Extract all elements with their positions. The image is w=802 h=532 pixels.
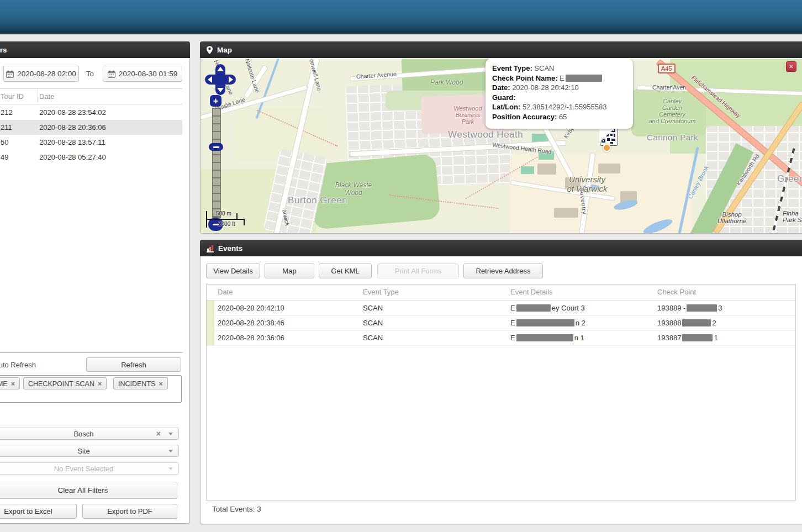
event-row[interactable]: 2020-08-28 20:38:46 SCAN En 2 1938882 [207, 315, 795, 331]
redaction-block [516, 304, 551, 312]
tour-date-from-input[interactable]: 2020-08-28 02:00 [3, 66, 79, 82]
event-checkpoint-prefix: 193887 [657, 334, 681, 342]
pan-up-arrow-icon[interactable] [217, 67, 224, 71]
tour-row[interactable]: 50 2020-08-28 13:57:11 [0, 135, 182, 150]
tour-id: 211 [1, 120, 12, 135]
device-select[interactable]: Bosch × [0, 428, 179, 440]
event-status-stripe [207, 315, 214, 330]
events-col-event-type: Event Type [363, 285, 399, 300]
filter-tag[interactable]: INCIDENTS× [113, 377, 168, 389]
event-details: En 1 [510, 330, 584, 345]
event-details: Eey Court 3 [510, 301, 585, 315]
map-label-charter-avenue-east: Charter Aven [652, 84, 686, 91]
zoom-slider-handle[interactable] [209, 143, 223, 151]
popup-checkpoint-label: Check Point Name: [492, 74, 557, 82]
export-to-pdf-button[interactable]: Export to PDF [82, 504, 177, 519]
event-select-value: No Event Selected [54, 465, 114, 473]
event-filter-tags-box: ME× CHECKPOINT SCAN× INCIDENTS× [0, 375, 182, 403]
tour-row[interactable]: 212 2020-08-28 23:54:02 [0, 105, 182, 120]
pan-down-arrow-icon[interactable] [217, 88, 224, 92]
view-details-button[interactable]: View Details [206, 264, 260, 278]
popup-close-button[interactable]: ✕ [786, 61, 796, 72]
popup-date-label: Date: [492, 83, 510, 92]
events-col-check-point: Check Point [657, 285, 696, 300]
tour-id: 50 [1, 135, 8, 150]
map-panel: Map [200, 41, 802, 234]
filter-tag[interactable]: CHECKPOINT SCAN× [23, 377, 107, 389]
bar-chart-bar [207, 249, 209, 251]
popup-date: Date: 2020-08-28 20:42:10 [492, 83, 626, 93]
tour-row-selected[interactable]: 211 2020-08-28 20:36:06 [0, 120, 182, 135]
map-pan-control[interactable] [205, 64, 236, 95]
tour-row[interactable]: 49 2020-08-28 05:27:40 [0, 150, 182, 165]
tour-id: 49 [1, 150, 8, 165]
map-popup-tail [599, 127, 616, 143]
map-scale-bar: 500 m 2000 ft [206, 209, 250, 231]
date-range-to-label: To [86, 66, 94, 81]
retrieve-address-button[interactable]: Retrieve Address [463, 264, 543, 278]
event-details-prefix: E [510, 319, 515, 327]
remove-tag-icon[interactable]: × [11, 380, 15, 388]
tours-col-header-date: Date [39, 89, 155, 104]
refresh-button[interactable]: Refresh [86, 357, 181, 372]
popup-date-value: 2020-08-28 20:42:10 [510, 83, 579, 92]
export-to-excel-button[interactable]: Export to Excel [0, 504, 77, 519]
scale-tick [206, 211, 207, 228]
zoom-in-button[interactable]: + [210, 95, 221, 107]
tour-id: 212 [1, 105, 13, 120]
scale-metric-label: 500 m [216, 210, 231, 217]
event-type: SCAN [363, 315, 383, 330]
calendar-icon [6, 70, 14, 78]
tour-date-to-input[interactable]: 2020-08-30 01:59 [103, 66, 182, 82]
event-details-suffix: ey Court 3 [552, 304, 585, 312]
map-label-university-of-warwick: University of Warwick [555, 175, 619, 193]
map-event-popup: Event Type: SCAN Check Point Name: E Dat… [486, 59, 633, 129]
clear-all-filters-button[interactable]: Clear All Filters [0, 482, 177, 499]
redaction-block [566, 75, 602, 82]
event-checkpoint-prefix: 193889 - [657, 304, 685, 312]
pan-right-arrow-icon[interactable] [229, 76, 233, 83]
popup-event-type: Event Type: SCAN [492, 64, 626, 73]
map-label-canley-cemetery: Canley Garden Cemetery and Crematorium [640, 98, 705, 124]
clear-selection-icon[interactable]: × [156, 429, 161, 438]
scale-imperial-label: 2000 ft [218, 221, 235, 227]
total-events-label: Total Events: 3 [212, 505, 261, 513]
remove-tag-icon[interactable]: × [98, 380, 102, 388]
event-details-prefix: E [510, 304, 515, 312]
filter-tag[interactable]: ME× [0, 377, 20, 389]
event-row[interactable]: 2020-08-28 20:36:06 SCAN En 1 1938871 [207, 330, 795, 346]
bar-chart-bar [209, 247, 211, 251]
tour-date: 2020-08-28 05:27:40 [39, 150, 106, 165]
event-row[interactable]: 2020-08-28 20:42:10 SCAN Eey Court 3 193… [207, 301, 795, 316]
map-label-green: Green [777, 173, 802, 185]
event-type: SCAN [363, 330, 383, 345]
tours-panel-title: Tours [0, 46, 7, 54]
remove-tag-icon[interactable]: × [159, 380, 162, 388]
map-pin-icon [207, 46, 213, 54]
popup-latlon-value: 52.38514292/-1.55955583 [520, 103, 606, 111]
events-col-event-details: Event Details [510, 285, 553, 300]
tours-panel: Tours 2020-08-28 02:00 To 2020-08-30 01:… [0, 41, 190, 524]
pan-left-arrow-icon[interactable] [208, 76, 212, 83]
divider [0, 352, 182, 353]
events-table-header-row: Date Event Type Event Details Check Poin… [207, 285, 795, 301]
popup-accuracy-value: 65 [557, 113, 567, 121]
redaction-block [682, 319, 711, 326]
map-button[interactable]: Map [265, 264, 314, 278]
map-label-burton-green: Burton Green [288, 195, 347, 206]
zoom-slider-track[interactable] [212, 108, 221, 218]
divider [0, 104, 182, 104]
get-kml-button[interactable]: Get KML [319, 264, 372, 278]
map-canvas[interactable]: Charter Avenue Charter Aven Park Wood We… [200, 59, 802, 233]
map-road-shield-a45: A45 [658, 64, 676, 73]
site-select[interactable]: Site [0, 445, 179, 457]
calendar-icon [108, 70, 115, 78]
event-checkpoint-suffix: 2 [712, 319, 716, 327]
redaction-block [682, 334, 713, 341]
event-date: 2020-08-28 20:36:06 [218, 330, 284, 345]
popup-checkpoint-name: Check Point Name: E [492, 73, 626, 83]
event-details-prefix: E [510, 334, 515, 342]
chevron-down-icon [168, 467, 173, 470]
map-label-cannon-park: Cannon Park [647, 133, 698, 142]
event-details-suffix: n 1 [574, 334, 584, 342]
